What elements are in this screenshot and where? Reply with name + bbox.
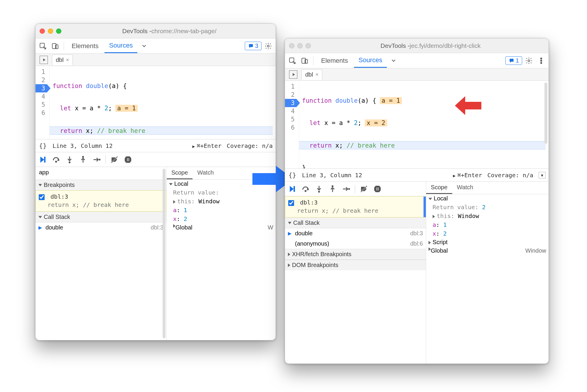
step-icon[interactable] bbox=[92, 155, 101, 164]
svg-point-23 bbox=[528, 60, 530, 62]
tab-sources[interactable]: Sources bbox=[104, 39, 138, 53]
step-over-icon[interactable] bbox=[51, 155, 61, 164]
inline-preview: a = 1 bbox=[115, 105, 137, 112]
titlebar: DevTools - jec.fyi/demo/dbl-right-click bbox=[285, 38, 549, 53]
tab-watch[interactable]: Watch bbox=[193, 167, 218, 179]
issues-badge[interactable]: 1 bbox=[505, 56, 522, 65]
breakpoint-checkbox[interactable] bbox=[39, 194, 45, 200]
stack-frame[interactable]: ▶ double dbl:3 bbox=[285, 228, 426, 239]
svg-point-29 bbox=[305, 190, 306, 192]
cursor-position: Line 3, Column 12 bbox=[53, 142, 113, 149]
navigator-toggle-icon[interactable] bbox=[40, 56, 48, 64]
svg-point-24 bbox=[541, 58, 542, 59]
run-snippet-hint: ⌘+Enter bbox=[192, 142, 221, 149]
svg-marker-6 bbox=[41, 157, 44, 162]
step-out-icon[interactable] bbox=[328, 184, 337, 194]
debugger-panels: dbl:3 return x; // break here Call Stack… bbox=[285, 182, 549, 364]
scrollbar[interactable] bbox=[163, 169, 166, 338]
maximize-window-icon[interactable] bbox=[56, 28, 61, 34]
call-stack-header[interactable]: Call Stack bbox=[285, 217, 426, 228]
tab-scope[interactable]: Scope bbox=[426, 182, 452, 194]
close-file-icon[interactable]: × bbox=[316, 72, 319, 78]
breakpoint-item[interactable]: dbl:3 return x; // break here bbox=[36, 190, 166, 212]
more-tabs-icon[interactable] bbox=[388, 55, 399, 66]
coverage-status: Coverage: n/a bbox=[227, 142, 273, 149]
svg-rect-28 bbox=[294, 186, 295, 192]
code-lines: function double(a) { let x = a * 2;a = 1… bbox=[50, 66, 276, 139]
issues-badge[interactable]: 3 bbox=[245, 42, 262, 50]
file-tab-row: dbl × bbox=[285, 68, 549, 81]
stack-frame[interactable]: (anonymous) dbl:6 bbox=[285, 239, 426, 249]
scrollbar[interactable] bbox=[544, 82, 547, 144]
step-icon[interactable] bbox=[341, 184, 351, 194]
breakpoint-item[interactable]: dbl:3 return x; // break here bbox=[285, 196, 426, 217]
pretty-print-icon[interactable]: {} bbox=[38, 142, 47, 149]
tab-elements[interactable]: Elements bbox=[67, 39, 103, 53]
file-tab-dbl[interactable]: dbl × bbox=[301, 69, 322, 80]
svg-point-26 bbox=[541, 62, 542, 63]
devtools-window-before: DevTools - chrome://new-tab-page/ Elemen… bbox=[35, 23, 276, 340]
close-window-icon[interactable] bbox=[289, 43, 294, 48]
code-editor[interactable]: 1 2 3 4 5 6 function double(a) { let x =… bbox=[36, 66, 276, 139]
close-file-icon[interactable]: × bbox=[66, 57, 69, 63]
svg-point-31 bbox=[318, 191, 320, 192]
resume-icon[interactable] bbox=[38, 155, 47, 164]
window-title: DevTools - chrome://new-tab-page/ bbox=[67, 28, 271, 35]
code-lines: function double(a) {a = 1 let x = a * 2;… bbox=[299, 81, 549, 168]
tab-watch[interactable]: Watch bbox=[452, 182, 478, 194]
deactivate-breakpoints-icon[interactable] bbox=[110, 155, 119, 164]
svg-point-35 bbox=[348, 188, 350, 190]
scope-tabs: Scope Watch bbox=[426, 182, 549, 194]
pretty-print-icon[interactable]: {} bbox=[288, 171, 297, 179]
scope-entry: app bbox=[38, 168, 164, 177]
svg-point-10 bbox=[69, 161, 70, 163]
close-window-icon[interactable] bbox=[40, 28, 45, 34]
svg-point-12 bbox=[82, 156, 84, 158]
device-toggle-icon[interactable] bbox=[299, 55, 310, 66]
breakpoint-marker[interactable]: 3 bbox=[285, 99, 296, 107]
inline-preview: a = 1 bbox=[380, 97, 402, 104]
gear-icon[interactable] bbox=[263, 40, 274, 52]
gear-icon[interactable] bbox=[523, 55, 534, 66]
xhr-breakpoints-header[interactable]: XHR/fetch Breakpoints bbox=[285, 249, 426, 260]
inspect-element-icon[interactable] bbox=[287, 55, 298, 66]
svg-rect-7 bbox=[44, 157, 45, 162]
highlight-arrow-icon bbox=[455, 95, 481, 117]
svg-marker-27 bbox=[290, 186, 294, 192]
stack-frame[interactable]: ▶ double dbl:3 bbox=[36, 222, 166, 233]
breakpoints-header[interactable]: Breakpoints bbox=[36, 180, 166, 190]
svg-point-14 bbox=[99, 159, 100, 160]
kebab-menu-icon[interactable] bbox=[536, 55, 547, 66]
inline-preview: x = 2 bbox=[365, 119, 387, 126]
editor-status-bar: {} Line 3, Column 12 ⌘+Enter Coverage: n… bbox=[36, 139, 276, 152]
breakpoint-checkbox[interactable] bbox=[288, 200, 294, 206]
more-tabs-icon[interactable] bbox=[139, 40, 150, 52]
minimize-window-icon[interactable] bbox=[297, 43, 303, 48]
pause-exceptions-icon[interactable] bbox=[373, 184, 382, 194]
step-into-icon[interactable] bbox=[65, 155, 74, 164]
maximize-window-icon[interactable] bbox=[306, 43, 311, 48]
navigator-toggle-icon[interactable] bbox=[289, 70, 297, 79]
file-tab-dbl[interactable]: dbl × bbox=[52, 55, 73, 65]
breakpoint-marker[interactable]: 3 bbox=[36, 84, 47, 92]
line-gutter: 1 2 3 4 5 6 bbox=[285, 81, 299, 168]
tab-elements[interactable]: Elements bbox=[316, 54, 353, 67]
pause-exceptions-icon[interactable] bbox=[123, 155, 133, 164]
coverage-status: Coverage: n/a bbox=[487, 172, 533, 179]
inspect-element-icon[interactable] bbox=[37, 40, 48, 52]
step-over-icon[interactable] bbox=[301, 184, 310, 194]
tab-scope[interactable]: Scope bbox=[167, 167, 193, 179]
dom-breakpoints-header[interactable]: DOM Breakpoints bbox=[285, 260, 426, 270]
svg-marker-1 bbox=[455, 96, 481, 115]
device-toggle-icon[interactable] bbox=[50, 40, 61, 52]
deactivate-breakpoints-icon[interactable] bbox=[359, 184, 369, 194]
toggle-sidebar-icon[interactable]: ▾ bbox=[539, 172, 546, 178]
step-into-icon[interactable] bbox=[314, 184, 324, 194]
breakpoint-stripe bbox=[424, 197, 426, 217]
call-stack-header[interactable]: Call Stack bbox=[36, 212, 166, 222]
tab-sources[interactable]: Sources bbox=[354, 53, 387, 68]
code-editor[interactable]: 1 2 3 4 5 6 function double(a) {a = 1 le… bbox=[285, 81, 549, 169]
resume-icon[interactable] bbox=[287, 184, 297, 194]
minimize-window-icon[interactable] bbox=[48, 28, 53, 34]
step-out-icon[interactable] bbox=[78, 155, 88, 164]
